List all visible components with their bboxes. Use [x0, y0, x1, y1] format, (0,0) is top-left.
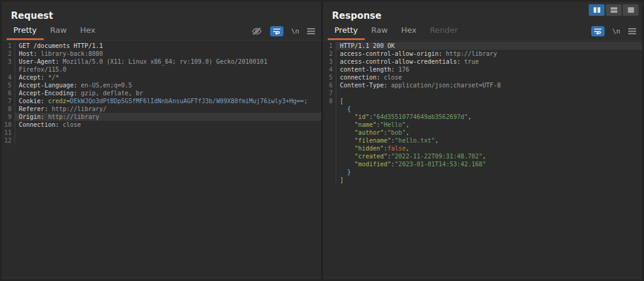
tab-hex[interactable]: Hex: [395, 23, 423, 40]
layout-stacked-button[interactable]: [606, 4, 622, 16]
code-segment-jstr: "2022-11-22T09:31:48.702": [391, 153, 483, 160]
line-text: Referer: http://library/: [15, 105, 321, 113]
code-line: 9Origin: http://library: [2, 113, 321, 121]
line-number: 7: [2, 97, 15, 105]
layout-single-button[interactable]: [623, 4, 639, 16]
code-segment-hname: Connection:: [19, 121, 59, 128]
code-line: 2access-control-allow-origin: http://lib…: [323, 50, 642, 58]
word-wrap-icon[interactable]: [591, 26, 605, 36]
tab-raw[interactable]: Raw: [44, 23, 73, 40]
code-line: "filename":"hello.txt",: [323, 137, 642, 144]
code-segment-punc: [340, 137, 354, 144]
code-segment-punc: ,: [405, 121, 409, 128]
request-tab-icons: \n: [251, 26, 315, 40]
line-text: {: [336, 105, 642, 113]
code-segment-hval: Firefox/115.0: [19, 66, 66, 73]
code-segment-pname: credz=: [48, 98, 70, 104]
line-text: Origin: http://library: [15, 113, 321, 121]
code-line: "name":"Hello",: [323, 121, 642, 129]
response-tab-bar: PrettyRawHexRender \n: [323, 24, 642, 41]
code-line: "modified":"2023-01-01T14:53:42.168": [323, 160, 642, 168]
request-hscroll-track[interactable]: [2, 275, 321, 279]
code-line: 11: [2, 129, 321, 137]
code-segment-hname: access-control-allow-credentials:: [340, 58, 461, 65]
tab-raw[interactable]: Raw: [365, 23, 395, 40]
line-text: "filename":"hello.txt",: [336, 137, 642, 144]
line-text: Host: library-back:8080: [15, 50, 321, 58]
line-number: [323, 144, 336, 152]
tab-hex[interactable]: Hex: [73, 23, 102, 40]
line-text: [15, 129, 321, 137]
code-segment-hval: application/json;charset=UTF-8: [387, 82, 501, 89]
code-segment-punc: [340, 161, 354, 168]
line-text: Accept-Encoding: gzip, deflate, br: [15, 89, 321, 97]
line-text: "name":"Hello",: [336, 121, 642, 129]
line-text: Cookie: credz=DEkWJQo3dPtBDp5G5fMF6lIdNn…: [15, 97, 321, 105]
line-number: 4: [323, 66, 336, 73]
code-line: 4Accept: */*: [2, 73, 321, 81]
code-segment-punc: ]: [340, 177, 344, 183]
line-number: 6: [2, 89, 15, 97]
code-line: 12: [2, 137, 321, 144]
newline-toggle-icon[interactable]: \n: [612, 27, 620, 35]
line-number: [323, 129, 336, 137]
line-number: 3: [323, 58, 336, 66]
response-editor[interactable]: 1HTTP/1.1 200 OK2access-control-allow-or…: [323, 41, 642, 275]
code-segment-jkey: "id": [354, 113, 369, 120]
code-line: 7Cookie: credz=DEkWJQo3dPtBDp5G5fMF6lIdN…: [2, 97, 321, 105]
line-number: 1: [323, 42, 336, 50]
line-text: content-length: 176: [336, 66, 642, 73]
code-segment-hname: Content-Type:: [340, 82, 387, 89]
menu-icon[interactable]: [628, 28, 636, 35]
code-segment-punc: ,: [405, 145, 409, 152]
code-segment-hval: */*: [44, 74, 59, 81]
code-segment-hname: Origin:: [19, 113, 44, 120]
line-text: Connection: close: [15, 121, 321, 129]
line-number: 8: [323, 97, 336, 105]
line-number: 2: [2, 50, 15, 58]
code-segment-hval: close: [380, 74, 402, 81]
code-line: 8[: [323, 97, 642, 105]
code-line: 1GET /documents HTTP/1.1: [2, 42, 321, 50]
line-text: [15, 137, 321, 144]
code-line: Firefox/115.0: [2, 66, 321, 73]
code-segment-punc: [340, 145, 354, 152]
response-tabs: PrettyRawHexRender: [328, 23, 464, 40]
line-text: "created":"2022-11-22T09:31:48.702",: [336, 152, 642, 160]
code-line: 8Referer: http://library/: [2, 105, 321, 113]
code-line: "author":"bob",: [323, 129, 642, 137]
newline-toggle-icon[interactable]: \n: [291, 27, 299, 35]
code-segment-hname: access-control-allow-origin:: [340, 50, 442, 57]
line-number: 8: [2, 105, 15, 113]
line-number: 5: [323, 73, 336, 81]
code-segment-hval: Mozilla/5.0 (X11; Linux x86_64; rv:109.0…: [59, 58, 267, 65]
line-number: [323, 160, 336, 168]
request-tabs: PrettyRawHex: [7, 23, 102, 40]
request-editor[interactable]: 1GET /documents HTTP/1.12Host: library-b…: [2, 41, 321, 275]
code-segment-jstr: "2023-01-01T14:53:42.168": [395, 161, 486, 168]
code-segment-hval: ;: [304, 98, 308, 104]
tab-pretty[interactable]: Pretty: [7, 23, 44, 40]
menu-icon[interactable]: [307, 28, 315, 35]
line-text: HTTP/1.1 200 OK: [336, 42, 642, 50]
layout-side-by-side-button[interactable]: [589, 4, 605, 16]
code-segment-jkey: "modified": [354, 161, 391, 168]
response-hscroll-track[interactable]: [323, 275, 642, 279]
line-text: User-Agent: Mozilla/5.0 (X11; Linux x86_…: [15, 58, 321, 66]
code-segment-hname: User-Agent:: [19, 58, 59, 65]
hide-nonprintable-eye-icon[interactable]: [251, 27, 262, 36]
code-segment-jkey: "name": [354, 121, 376, 128]
code-segment-punc: [340, 121, 354, 128]
code-line: 5Accept-Language: en-US,en;q=0.5: [2, 81, 321, 89]
request-panel: Request PrettyRawHex: [2, 2, 321, 279]
line-text: Firefox/115.0: [15, 66, 321, 73]
code-segment-jkey: "created": [354, 153, 387, 160]
code-segment-jstr: "hello.txt": [395, 137, 435, 144]
code-line: 4content-length: 176: [323, 66, 642, 73]
word-wrap-icon[interactable]: [270, 26, 283, 36]
code-segment-hval: en-US,en;q=0.5: [77, 82, 132, 89]
line-number: [323, 121, 336, 129]
line-number: 7: [323, 89, 336, 97]
tab-pretty[interactable]: Pretty: [328, 23, 365, 40]
line-text: access-control-allow-credentials: true: [336, 58, 642, 66]
